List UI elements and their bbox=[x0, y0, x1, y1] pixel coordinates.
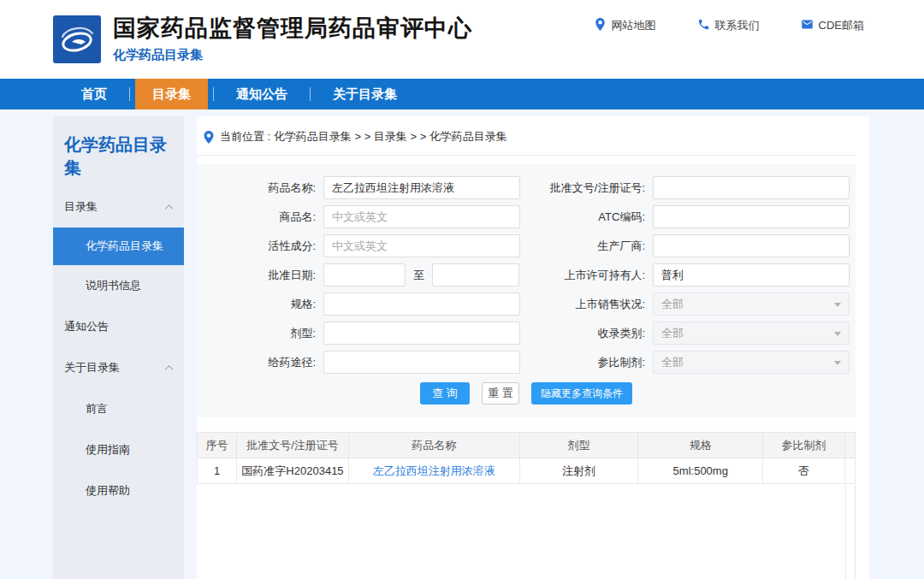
form-field-administration-route: 给药途径: bbox=[197, 351, 526, 374]
reference-preparation-label: 参比制剂: bbox=[526, 355, 653, 370]
sidebar: 化学药品目录集 目录集化学药品目录集说明书信息通知公告关于目录集前言使用指南使用… bbox=[53, 116, 184, 579]
table-cell-gutter bbox=[844, 458, 855, 484]
sidebar-menu: 目录集化学药品目录集说明书信息通知公告关于目录集前言使用指南使用帮助 bbox=[53, 186, 184, 511]
drug-name-link[interactable]: 左乙拉西坦注射用浓溶液 bbox=[373, 464, 495, 477]
caret-down-icon bbox=[834, 303, 841, 307]
form-field-approval-number: 批准文号/注册证号: bbox=[526, 176, 856, 199]
breadcrumb-text: 当前位置 : 化学药品目录集 > > 目录集 > > 化学药品目录集 bbox=[220, 129, 507, 145]
table-header-3: 药品名称 bbox=[348, 433, 519, 458]
envelope-icon bbox=[801, 18, 814, 33]
form-field-inclusion-category: 收录类别:全部 bbox=[526, 322, 856, 345]
header-link-label: 联系我们 bbox=[715, 18, 760, 33]
hide-more-criteria-button[interactable]: 隐藏更多查询条件 bbox=[531, 382, 632, 405]
location-pin-icon bbox=[204, 131, 214, 144]
table-row: 1国药准字H20203415左乙拉西坦注射用浓溶液注射剂5ml:500mg否 bbox=[198, 458, 856, 484]
table-header-row: 序号批准文号/注册证号药品名称剂型规格参比制剂 bbox=[198, 433, 856, 458]
administration-route-label: 给药途径: bbox=[197, 355, 323, 370]
caret-down-icon bbox=[834, 332, 841, 336]
reference-preparation-selected-value: 全部 bbox=[661, 355, 684, 370]
content-panel: 当前位置 : 化学药品目录集 > > 目录集 > > 化学药品目录集 药品名称:… bbox=[197, 116, 869, 579]
manufacturer-label: 生产厂商: bbox=[526, 239, 653, 254]
table-cell: 5ml:500mg bbox=[638, 458, 763, 484]
form-rows: 药品名称:批准文号/注册证号:商品名:ATC编码:活性成分:生产厂商:批准日期:… bbox=[197, 176, 856, 374]
nav-divider bbox=[213, 87, 214, 101]
phone-icon bbox=[697, 18, 710, 33]
approval-date-from-input[interactable] bbox=[323, 263, 406, 287]
header-link-label: 网站地图 bbox=[612, 18, 656, 33]
table-header-4: 剂型 bbox=[519, 433, 637, 458]
reference-preparation-select[interactable]: 全部 bbox=[653, 351, 850, 374]
site-title: 国家药品监督管理局药品审评中心 bbox=[113, 15, 472, 42]
atc-code-label: ATC编码: bbox=[526, 210, 653, 225]
market-status-select[interactable]: 全部 bbox=[653, 292, 850, 316]
sidebar-item-4[interactable]: 通知公告 bbox=[53, 306, 184, 347]
main-nav: 首页目录集通知公告关于目录集 bbox=[0, 79, 924, 109]
header-link-2[interactable]: 联系我们 bbox=[697, 18, 760, 33]
table-header-gutter bbox=[844, 433, 855, 458]
sidebar-item-8[interactable]: 使用帮助 bbox=[53, 470, 184, 511]
page: 国家药品监督管理局药品审评中心 化学药品目录集 网站地图联系我们CDE邮箱 首页… bbox=[0, 0, 924, 579]
search-button[interactable]: 查 询 bbox=[420, 382, 470, 405]
breadcrumb: 当前位置 : 化学药品目录集 > > 目录集 > > 化学药品目录集 bbox=[197, 116, 856, 156]
table-cell: 1 bbox=[198, 458, 237, 484]
form-field-approval-date: 批准日期:至 bbox=[197, 263, 526, 287]
administration-route-input[interactable] bbox=[323, 351, 520, 374]
dosage-form-label: 剂型: bbox=[197, 326, 323, 341]
results-table-wrap: 序号批准文号/注册证号药品名称剂型规格参比制剂 1国药准字H20203415左乙… bbox=[197, 432, 856, 579]
table-scroll-gutter bbox=[845, 485, 856, 579]
header-links: 网站地图联系我们CDE邮箱 bbox=[594, 18, 864, 33]
form-field-manufacturer: 生产厂商: bbox=[526, 234, 856, 257]
approval-date-to-input[interactable] bbox=[432, 263, 519, 287]
approval-number-input[interactable] bbox=[653, 176, 850, 199]
market-status-selected-value: 全部 bbox=[661, 297, 684, 312]
atc-code-input[interactable] bbox=[653, 205, 850, 228]
form-row-5: 规格:上市销售状况:全部 bbox=[197, 292, 856, 316]
sidebar-item-2[interactable]: 化学药品目录集 bbox=[53, 227, 184, 265]
sidebar-title: 化学药品目录集 bbox=[53, 116, 184, 186]
drug-name-input[interactable] bbox=[323, 176, 520, 199]
table-cell: 否 bbox=[763, 458, 844, 484]
header-link-1[interactable]: 网站地图 bbox=[594, 18, 656, 33]
inclusion-category-select[interactable]: 全部 bbox=[653, 322, 850, 345]
location-pin-icon bbox=[594, 18, 607, 33]
cde-logo bbox=[53, 15, 101, 63]
form-row-1: 药品名称:批准文号/注册证号: bbox=[197, 176, 856, 199]
approval-date-label: 批准日期: bbox=[197, 268, 323, 283]
drug-name-label: 药品名称: bbox=[197, 180, 323, 196]
specification-label: 规格: bbox=[197, 297, 323, 312]
nav-item-1[interactable]: 首页 bbox=[64, 79, 124, 109]
table-cell: 注射剂 bbox=[519, 458, 637, 484]
nav-item-4[interactable]: 关于目录集 bbox=[316, 79, 414, 109]
site-subtitle: 化学药品目录集 bbox=[113, 47, 472, 63]
sidebar-item-6[interactable]: 前言 bbox=[53, 388, 184, 429]
form-field-active-ingredient: 活性成分: bbox=[197, 234, 526, 257]
table-header-2: 批准文号/注册证号 bbox=[237, 433, 349, 458]
approval-number-label: 批准文号/注册证号: bbox=[526, 180, 653, 196]
form-field-reference-preparation: 参比制剂:全部 bbox=[526, 351, 856, 374]
sidebar-item-5[interactable]: 关于目录集 bbox=[53, 347, 184, 388]
nav-divider bbox=[129, 87, 130, 101]
manufacturer-input[interactable] bbox=[653, 234, 850, 257]
license-holder-input[interactable] bbox=[653, 263, 850, 287]
dosage-form-input[interactable] bbox=[323, 322, 520, 345]
specification-input[interactable] bbox=[323, 292, 520, 316]
sidebar-item-7[interactable]: 使用指南 bbox=[53, 429, 184, 470]
chevron-up-icon bbox=[165, 204, 174, 213]
form-field-specification: 规格: bbox=[197, 292, 526, 316]
header-link-3[interactable]: CDE邮箱 bbox=[801, 18, 864, 33]
sidebar-item-1[interactable]: 目录集 bbox=[53, 186, 184, 227]
table-cell: 左乙拉西坦注射用浓溶液 bbox=[348, 458, 519, 484]
sidebar-item-3[interactable]: 说明书信息 bbox=[53, 265, 184, 306]
nav-divider bbox=[310, 87, 311, 101]
form-row-6: 剂型:收录类别:全部 bbox=[197, 322, 856, 345]
inclusion-category-label: 收录类别: bbox=[526, 326, 653, 341]
active-ingredient-input[interactable] bbox=[323, 234, 520, 257]
form-field-market-status: 上市销售状况:全部 bbox=[526, 292, 856, 316]
reset-button[interactable]: 重 置 bbox=[482, 382, 519, 405]
nav-item-2[interactable]: 目录集 bbox=[135, 79, 208, 109]
table-cell: 国药准字H20203415 bbox=[237, 458, 349, 484]
form-field-dosage-form: 剂型: bbox=[197, 322, 526, 345]
trade-name-input[interactable] bbox=[323, 205, 520, 228]
nav-item-3[interactable]: 通知公告 bbox=[219, 79, 305, 109]
form-buttons: 查 询 重 置 隐藏更多查询条件 bbox=[197, 382, 856, 405]
